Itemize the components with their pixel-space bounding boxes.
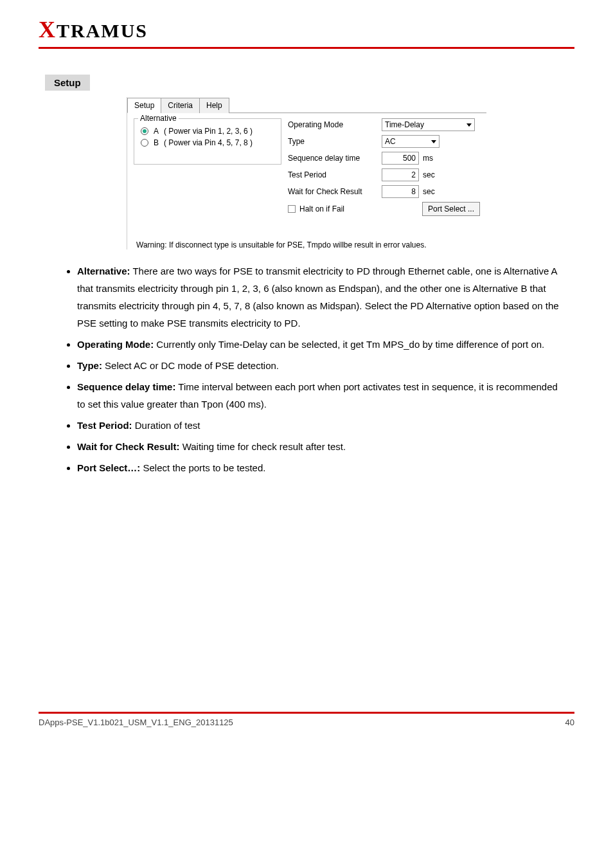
section-heading: Setup (45, 75, 574, 91)
list-item: Alternative: There are two ways for PSE … (77, 262, 568, 332)
footer-left: DApps-PSE_V1.1b021_USM_V1.1_ENG_20131125 (39, 718, 233, 727)
list-item: Wait for Check Result: Waiting time for … (77, 438, 568, 455)
bullet-text: There are two ways for PSE to transmit e… (77, 266, 559, 329)
label-wait-check: Wait for Check Result (288, 187, 378, 196)
bullet-text: Duration of test (132, 420, 200, 431)
radio-a-key: A (154, 127, 159, 136)
label-type: Type (288, 137, 378, 146)
label-operating-mode: Operating Mode (288, 120, 378, 129)
bullet-label: Test Period: (77, 420, 132, 431)
input-seq-delay[interactable]: 500 (382, 152, 419, 165)
radio-b-key: B (154, 138, 159, 147)
chevron-down-icon (466, 123, 472, 127)
header-divider (39, 47, 574, 49)
tab-bar: Setup Criteria Help (127, 97, 486, 113)
alternative-option-a[interactable]: A ( Power via Pin 1, 2, 3, 6 ) (141, 127, 274, 136)
tab-criteria[interactable]: Criteria (161, 98, 200, 113)
unit-sec-1: sec (423, 170, 435, 179)
bullet-label: Sequence delay time: (77, 381, 175, 392)
alternative-option-b[interactable]: B ( Power via Pin 4, 5, 7, 8 ) (141, 138, 274, 147)
label-seq-delay: Sequence delay time (288, 154, 378, 163)
bullet-label: Type: (77, 360, 102, 371)
unit-ms: ms (423, 154, 433, 163)
checkbox-halt[interactable] (288, 205, 296, 213)
bullet-text: Select the ports to be tested. (140, 462, 265, 473)
logo: XTRAMUS (39, 16, 574, 43)
input-test-period[interactable]: 2 (382, 168, 419, 181)
list-item: Port Select…: Select the ports to be tes… (77, 459, 568, 476)
select-operating-mode-value: Time-Delay (385, 120, 424, 129)
bullet-text: Waiting time for check result after test… (179, 441, 346, 452)
label-halt: Halt on if Fail (299, 204, 344, 213)
footer-right: 40 (565, 718, 574, 727)
logo-rest: TRAMUS (57, 20, 148, 41)
dialog-screenshot: Setup Criteria Help Alternative A ( Powe… (127, 97, 486, 249)
label-test-period: Test Period (288, 170, 378, 179)
bullet-label: Port Select…: (77, 462, 140, 473)
tab-setup[interactable]: Setup (127, 98, 161, 113)
chevron-down-icon (431, 140, 436, 143)
alternative-legend: Alternative (138, 114, 179, 123)
bullet-label: Operating Mode: (77, 339, 154, 350)
tab-help[interactable]: Help (199, 98, 229, 113)
footer-divider (39, 712, 574, 714)
radio-a-desc: ( Power via Pin 1, 2, 3, 6 ) (164, 127, 253, 136)
list-item: Sequence delay time: Time interval betwe… (77, 378, 568, 413)
select-operating-mode[interactable]: Time-Delay (382, 118, 475, 131)
unit-sec-2: sec (423, 187, 435, 196)
input-wait-check[interactable]: 8 (382, 185, 419, 198)
bullet-text: Currently only Time-Delay can be selecte… (154, 339, 544, 350)
list-item: Operating Mode: Currently only Time-Dela… (77, 336, 568, 353)
logo-x: X (39, 17, 57, 42)
bullet-text: Select AC or DC mode of PSE detection. (102, 360, 279, 371)
page-footer: DApps-PSE_V1.1b021_USM_V1.1_ENG_20131125… (39, 708, 574, 727)
select-type[interactable]: AC (382, 135, 440, 148)
alternative-group: Alternative A ( Power via Pin 1, 2, 3, 6… (134, 118, 281, 165)
list-item: Type: Select AC or DC mode of PSE detect… (77, 357, 568, 374)
bullet-label: Alternative: (77, 266, 130, 276)
bullet-label: Wait for Check Result: (77, 441, 179, 452)
setup-badge: Setup (45, 75, 90, 91)
description-list: Alternative: There are two ways for PSE … (77, 262, 568, 476)
select-type-value: AC (385, 137, 396, 146)
radio-b-desc: ( Power via Pin 4, 5, 7, 8 ) (164, 138, 253, 147)
radio-a[interactable] (141, 127, 148, 135)
radio-b[interactable] (141, 139, 148, 147)
body-text: Alternative: There are two ways for PSE … (58, 262, 568, 476)
port-select-button[interactable]: Port Select ... (422, 202, 480, 216)
warning-text: Warning: If disconnect type is unsuitabl… (127, 239, 486, 249)
list-item: Test Period: Duration of test (77, 417, 568, 434)
